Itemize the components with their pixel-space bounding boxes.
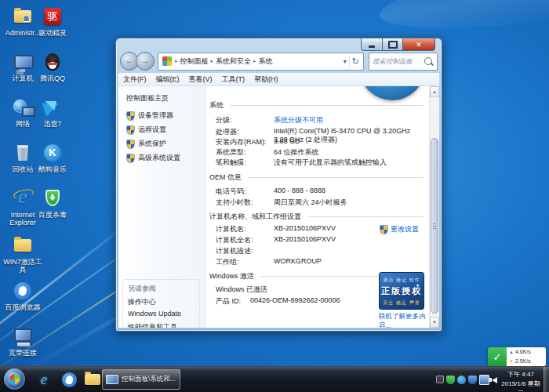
folder-icon bbox=[14, 239, 31, 252]
folder-user-icon bbox=[14, 10, 31, 23]
main-content: 系统 分级: 系统分级不可用 处理器: Intel(R) Core(TM) i5… bbox=[205, 86, 430, 328]
desktop-icon-baidu-antivirus[interactable]: 百度杀毒 bbox=[31, 188, 74, 219]
row-system-type: 系统类型: 64 位操作系统 bbox=[216, 147, 424, 158]
section-header: 计算机名称、域和工作组设置 bbox=[209, 212, 301, 222]
tray-kugou-icon[interactable] bbox=[457, 376, 466, 384]
system-properties-window: ✕ ← → ▸ 控制面板 ▸ 系统和安全 ▸ 系统 ▾ ↻ bbox=[115, 38, 442, 332]
window-caption-buttons: ✕ bbox=[361, 38, 435, 51]
breadcrumb-system[interactable]: 系统 bbox=[257, 56, 274, 67]
section-header: OEM 信息 bbox=[209, 172, 242, 183]
sidebar-item-windows-update[interactable]: Windows Update bbox=[128, 310, 181, 318]
row-rating: 分级: 系统分级不可用 bbox=[216, 115, 424, 125]
net-speed-panel: ▲ 4.6K/s ▼ 2.5K/s bbox=[507, 347, 546, 366]
scroll-down-button[interactable]: ▼ bbox=[430, 317, 439, 328]
sidebar-item-control-panel-home[interactable]: 控制面板主页 bbox=[126, 93, 169, 103]
sidebar-item-performance-tools[interactable]: 性能信息和工具 bbox=[128, 322, 177, 328]
menu-help[interactable]: 帮助(H) bbox=[254, 74, 278, 85]
close-button[interactable]: ✕ bbox=[403, 38, 435, 51]
desktop-icon-kugou[interactable]: K 酷狗音乐 bbox=[31, 143, 74, 173]
search-box[interactable] bbox=[369, 53, 438, 71]
genuine-windows-badge[interactable]: 激活 验证 软件 正版授权 安全 稳定 声誉 ✦ bbox=[379, 272, 424, 310]
refresh-icon[interactable]: ↻ bbox=[349, 56, 362, 67]
tray-security-icon[interactable] bbox=[468, 376, 477, 384]
vertical-scrollbar[interactable]: ▲ ▼ bbox=[429, 86, 439, 328]
tray-volume-icon[interactable] bbox=[492, 377, 497, 383]
kugou-icon: K bbox=[44, 144, 61, 162]
scrollbar-thumb[interactable] bbox=[431, 138, 438, 314]
sidebar: 控制面板主页 设备管理器 远程设置 系统保护 高级系统设置 bbox=[118, 86, 205, 328]
internet-explorer-icon: e bbox=[41, 371, 47, 388]
sidebar-item-label: 系统保护 bbox=[138, 139, 166, 149]
uac-shield-icon bbox=[126, 125, 135, 135]
desktop-icon-driver-genius[interactable]: 驱 驱动精灵 bbox=[31, 6, 74, 37]
breadcrumb-control-panel[interactable]: 控制面板 bbox=[179, 56, 210, 67]
rating-unavailable-link[interactable]: 系统分级不可用 bbox=[274, 115, 323, 125]
address-bar[interactable]: ▸ 控制面板 ▸ 系统和安全 ▸ 系统 ▾ ↻ bbox=[158, 53, 364, 71]
uac-shield-icon bbox=[380, 225, 388, 234]
menu-bar: 文件(F) 编辑(E) 查看(V) 工具(T) 帮助(H) bbox=[118, 73, 439, 86]
minimize-button[interactable] bbox=[361, 38, 383, 51]
row-computer-full-name: 计算机全名: XB-20150106PXVV bbox=[216, 235, 424, 245]
icon-label: 百度杀毒 bbox=[31, 211, 74, 219]
address-dropdown-icon[interactable]: ▾ bbox=[341, 58, 349, 65]
taskbar-ie[interactable]: e bbox=[33, 369, 55, 390]
forward-button[interactable]: → bbox=[136, 52, 155, 71]
safety-check-icon: ✓ bbox=[488, 347, 507, 366]
sidebar-item-device-manager[interactable]: 设备管理器 bbox=[126, 111, 173, 121]
menu-edit[interactable]: 编辑(E) bbox=[156, 74, 180, 85]
menu-view[interactable]: 查看(V) bbox=[189, 74, 213, 85]
navigation-bar: ← → ▸ 控制面板 ▸ 系统和安全 ▸ 系统 ▾ ↻ bbox=[120, 52, 438, 71]
back-icon: ← bbox=[125, 56, 134, 65]
taskbar-clock[interactable]: 下午 4:47 2015/1/6 星期二 bbox=[500, 370, 541, 392]
tray-antivirus-icon[interactable] bbox=[446, 376, 455, 384]
taskbar-explorer[interactable] bbox=[82, 369, 104, 390]
sidebar-item-system-protection[interactable]: 系统保护 bbox=[126, 139, 166, 149]
sidebar-item-action-center[interactable]: 操作中心 bbox=[128, 297, 156, 307]
upload-arrow-icon: ▲ bbox=[509, 350, 514, 354]
taskbar-baidu-browser[interactable] bbox=[58, 369, 80, 390]
window-body: 控制面板主页 设备管理器 远程设置 系统保护 高级系统设置 bbox=[118, 86, 439, 328]
show-desktop-button[interactable] bbox=[544, 367, 549, 392]
row-phone: 电话号码: 400 - 888 - 8888 bbox=[216, 187, 424, 197]
taskbar: e 控制面板\系统和... 下午 4:47 2015/1/6 星期二 bbox=[0, 366, 549, 392]
desktop-icon-win7-activation-tools[interactable]: WIN7激活工具 bbox=[2, 235, 44, 274]
search-input[interactable] bbox=[369, 57, 423, 65]
sidebar-item-remote-settings[interactable]: 远程设置 bbox=[126, 125, 166, 135]
desktop-icon-broadband[interactable]: 宽带连接 bbox=[2, 326, 44, 357]
desktop-icon-qq[interactable]: 腾讯QQ bbox=[31, 52, 74, 82]
taskbar-active-window[interactable]: 控制面板\系统和... bbox=[102, 369, 180, 390]
menu-file[interactable]: 文件(F) bbox=[123, 74, 147, 85]
see-also-group: 另请参阅 操作中心 Windows Update 性能信息和工具 bbox=[122, 279, 200, 328]
system-tray bbox=[434, 367, 500, 392]
start-button[interactable] bbox=[4, 368, 25, 390]
search-icon[interactable] bbox=[424, 57, 432, 65]
sidebar-item-label: 高级系统设置 bbox=[138, 153, 180, 163]
clock-time: 下午 4:47 bbox=[500, 370, 541, 379]
learn-more-online-link[interactable]: 联机了解更多内容... bbox=[379, 312, 430, 328]
see-also-header: 另请参阅 bbox=[128, 285, 156, 292]
scroll-up-button[interactable]: ▲ bbox=[430, 86, 439, 97]
desktop-icon-xunlei[interactable]: 迅雷7 bbox=[31, 97, 74, 128]
row-pen-touch: 笔和触摸: 没有可用于此显示器的笔或触控输入 bbox=[216, 158, 424, 168]
recycle-bin-icon bbox=[16, 145, 29, 161]
section-system: 系统 bbox=[209, 100, 424, 111]
uac-shield-icon bbox=[126, 111, 135, 121]
maximize-button[interactable] bbox=[383, 38, 403, 51]
row-workgroup: 工作组: WORKGROUP bbox=[216, 257, 424, 267]
scroll-down-icon: ▼ bbox=[432, 320, 437, 325]
tray-overflow-button[interactable] bbox=[436, 376, 444, 383]
sidebar-item-advanced-settings[interactable]: 高级系统设置 bbox=[126, 153, 180, 163]
section-oem: OEM 信息 bbox=[209, 172, 424, 183]
change-settings-link[interactable]: 更改设置 bbox=[380, 224, 419, 234]
section-computer-name: 计算机名称、域和工作组设置 bbox=[209, 212, 424, 222]
security-speed-widget[interactable]: ✓ ▲ 4.6K/s ▼ 2.5K/s bbox=[488, 347, 546, 366]
network-globe-icon bbox=[13, 100, 27, 113]
scroll-up-icon: ▲ bbox=[432, 89, 437, 94]
forward-icon: → bbox=[141, 56, 150, 65]
driver-genius-icon: 驱 bbox=[44, 8, 61, 25]
desktop-icon-baidu-browser[interactable]: 百度浏览器 bbox=[2, 281, 44, 311]
menu-tools[interactable]: 工具(T) bbox=[222, 74, 245, 85]
upload-speed: 4.6K/s bbox=[515, 349, 531, 354]
breadcrumb-system-security[interactable]: 系统和安全 bbox=[214, 56, 253, 67]
row-support-hours: 支持小时数: 周日至周六 24小时服务 bbox=[216, 198, 424, 208]
